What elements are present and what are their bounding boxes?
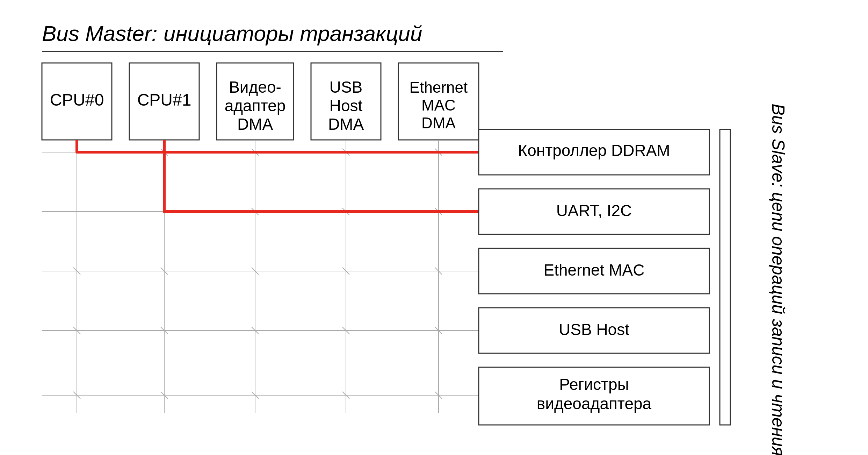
page-container: Bus Master: инициаторы транзакций CPU#0 …: [0, 0, 868, 455]
svg-text:DMA: DMA: [421, 114, 456, 131]
svg-text:Видео-: Видео-: [229, 78, 281, 96]
svg-text:DMA: DMA: [237, 115, 273, 133]
svg-text:CPU#0: CPU#0: [50, 91, 104, 109]
svg-text:Ethernet MAC: Ethernet MAC: [544, 261, 645, 279]
svg-text:Bus Slave: цепи операций запис: Bus Slave: цепи операций записи и чтения: [768, 104, 788, 455]
svg-text:CPU#1: CPU#1: [137, 91, 191, 109]
svg-text:Регистры: Регистры: [559, 375, 629, 393]
diagram-svg: CPU#0 CPU#1 Видео- адаптер DMA USB Host …: [0, 0, 868, 455]
svg-text:Host: Host: [330, 97, 363, 115]
svg-rect-59: [720, 129, 730, 425]
svg-text:UART, I2C: UART, I2C: [556, 201, 632, 220]
svg-text:адаптер: адаптер: [225, 97, 286, 115]
svg-text:MAC: MAC: [421, 97, 456, 114]
svg-text:USB Host: USB Host: [559, 320, 629, 339]
svg-text:Контроллер DDRAM: Контроллер DDRAM: [518, 141, 670, 159]
svg-text:DMA: DMA: [328, 115, 364, 133]
svg-text:USB: USB: [330, 78, 363, 96]
svg-text:Ethernet: Ethernet: [410, 79, 468, 96]
svg-text:видеоадаптера: видеоадаптера: [537, 394, 652, 413]
